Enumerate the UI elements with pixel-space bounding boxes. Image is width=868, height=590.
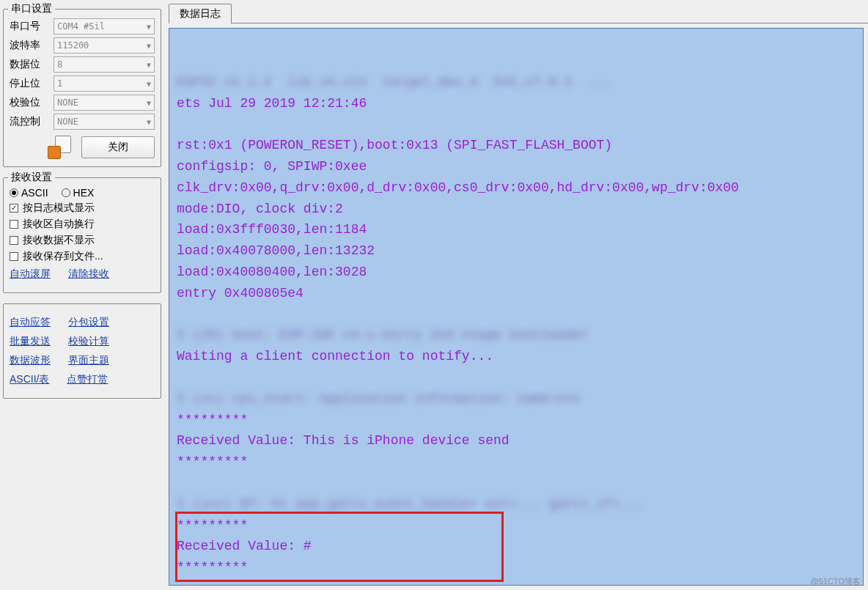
port-label: 串口号 xyxy=(10,20,49,33)
save-file-check[interactable]: 接收保存到文件... xyxy=(10,250,155,263)
tab-bar: 数据日志 xyxy=(164,1,868,23)
chevron-down-icon: ▼ xyxy=(147,118,151,126)
log-line: ********* xyxy=(177,560,248,575)
serial-group-title: 串口设置 xyxy=(8,2,55,15)
status-icon xyxy=(45,136,74,159)
batch-send-link[interactable]: 批量发送 xyxy=(10,335,51,348)
log-line: ********* xyxy=(177,413,248,427)
chevron-down-icon: ▼ xyxy=(147,80,151,88)
log-line: load:0x40080400,len:3028 xyxy=(177,265,367,279)
receive-settings-group: 接收设置 ASCII HEX 按日志模式显示 接收区自动换行 接收数据不显示 接… xyxy=(3,177,161,293)
databits-label: 数据位 xyxy=(10,58,49,71)
baud-label: 波特率 xyxy=(10,39,49,52)
log-line: rst:0x1 (POWERON_RESET),boot:0x13 (SPI_F… xyxy=(177,138,612,152)
stopbits-select[interactable]: 1▼ xyxy=(54,75,155,92)
tab-data-log[interactable]: 数据日志 xyxy=(169,4,232,23)
serial-settings-group: 串口设置 串口号 COM4 #Sil▼ 波特率 115200▼ 数据位 8▼ 停… xyxy=(3,9,161,167)
chevron-down-icon: ▼ xyxy=(147,23,151,31)
log-line: Received Value: This is iPhone device se… xyxy=(177,433,510,448)
flow-label: 流控制 xyxy=(10,115,49,128)
log-output[interactable]: ESP32 v1.1.2 lib_v4.xls target_dev_4 SoC… xyxy=(169,28,864,586)
links-group: 自动应答 分包设置 批量发送 校验计算 数据波形 界面主题 ASCII/表 点赞… xyxy=(3,303,161,399)
hide-recv-check[interactable]: 接收数据不显示 xyxy=(10,234,155,247)
log-line: clk_drv:0x00,q_drv:0x00,d_drv:0x00,cs0_d… xyxy=(177,180,739,195)
chevron-down-icon: ▼ xyxy=(147,42,151,50)
log-line: load:0x40078000,len:13232 xyxy=(177,243,375,258)
ascii-radio[interactable]: ASCII xyxy=(10,187,48,199)
auto-wrap-check[interactable]: 接收区自动换行 xyxy=(10,218,155,231)
flow-select[interactable]: NONE▼ xyxy=(54,114,155,130)
check-calc-link[interactable]: 校验计算 xyxy=(68,335,109,348)
auto-scroll-link[interactable]: 自动滚屏 xyxy=(10,268,51,281)
log-line: ets Jul 29 2019 12:21:46 xyxy=(177,96,367,111)
clear-recv-link[interactable]: 清除接收 xyxy=(68,268,109,281)
log-line: Received Value: # xyxy=(177,539,312,553)
stopbits-label: 停止位 xyxy=(10,77,49,90)
parity-label: 校验位 xyxy=(10,96,49,109)
port-select[interactable]: COM4 #Sil▼ xyxy=(54,18,155,34)
log-line: mode:DIO, clock div:2 xyxy=(177,202,343,216)
like-share-link[interactable]: 点赞打赏 xyxy=(67,373,108,386)
parity-select[interactable]: NONE▼ xyxy=(54,95,155,111)
log-mode-check[interactable]: 按日志模式显示 xyxy=(10,202,155,215)
data-wave-link[interactable]: 数据波形 xyxy=(10,354,51,367)
packet-set-link[interactable]: 分包设置 xyxy=(68,316,109,329)
watermark: @51CTO博客 xyxy=(811,576,861,587)
ascii-table-link[interactable]: ASCII/表 xyxy=(10,373,49,386)
log-line: load:0x3fff0030,len:1184 xyxy=(177,222,367,237)
baud-select[interactable]: 115200▼ xyxy=(54,37,155,54)
ui-theme-link[interactable]: 界面主题 xyxy=(68,354,109,367)
auto-reply-link[interactable]: 自动应答 xyxy=(10,316,51,329)
hex-radio[interactable]: HEX xyxy=(62,187,95,199)
log-line: configsip: 0, SPIWP:0xee xyxy=(177,159,367,174)
chevron-down-icon: ▼ xyxy=(147,61,151,69)
log-line: ********* xyxy=(177,518,248,533)
chevron-down-icon: ▼ xyxy=(147,99,151,107)
databits-select[interactable]: 8▼ xyxy=(54,56,155,73)
close-button[interactable]: 关闭 xyxy=(81,136,155,158)
recv-group-title: 接收设置 xyxy=(8,171,55,184)
log-line: entry 0x400805e4 xyxy=(177,286,304,300)
log-line: Waiting a client connection to notify... xyxy=(177,349,493,364)
log-line: ********* xyxy=(177,454,248,469)
